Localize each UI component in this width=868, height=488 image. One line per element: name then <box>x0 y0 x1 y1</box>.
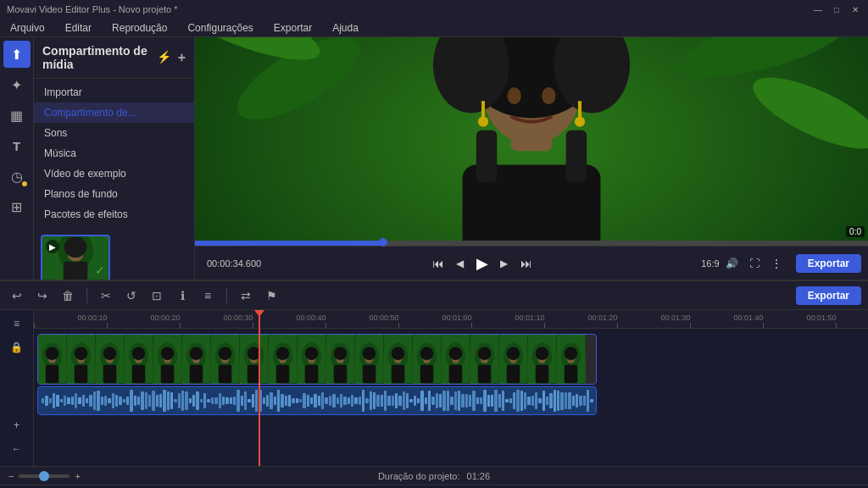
scale-plus-icon[interactable]: + <box>75 471 80 481</box>
audio-wave-bar <box>277 390 280 411</box>
delete-btn[interactable]: 🗑 <box>58 286 78 306</box>
rotate-btn[interactable]: ↺ <box>121 286 142 306</box>
timeline-add-track-icon[interactable]: + <box>7 415 27 435</box>
menu-arquivo[interactable]: Arquivo <box>7 20 48 36</box>
minimize-button[interactable]: — <box>812 3 824 15</box>
play-btn[interactable]: ▶ <box>473 254 492 273</box>
frame-thumb <box>240 335 269 384</box>
preview-controls: 00:00:34.600 ⏮ ◀ ▶ ▶ ⏭ 16:9 🔊 ⛶ ⋮ Export… <box>195 246 868 280</box>
toolbar-divider-1 <box>86 288 87 303</box>
audio-wave-bar <box>513 392 515 410</box>
crop-btn[interactable]: ⊡ <box>147 286 167 306</box>
scale-slider[interactable] <box>19 474 70 478</box>
sidebar-clock-icon[interactable]: ◷ <box>3 163 31 190</box>
svg-rect-95 <box>420 365 434 383</box>
timeline-tracks[interactable]: 00:00:00 00:00:10 00:00:20 00:00:30 00:0… <box>34 310 868 466</box>
audio-wave-bar <box>387 396 390 406</box>
media-nav-compartimento[interactable]: Compartimento de... <box>34 103 194 123</box>
scale-thumb[interactable] <box>39 471 49 481</box>
audio-wave-bar <box>225 397 228 404</box>
audio-track[interactable] <box>37 386 597 415</box>
svg-rect-4 <box>64 262 88 280</box>
audio-wave-bar <box>296 398 298 402</box>
timeline-lock-icon[interactable]: 🔒 <box>7 337 27 358</box>
menu-editar[interactable]: Editar <box>62 20 95 36</box>
audio-wave-bar <box>108 398 110 403</box>
media-panel-header: Compartimento de mídia ⚡ + <box>34 37 194 79</box>
menu-exportar[interactable]: Exportar <box>270 20 315 36</box>
audio-wave-bar <box>274 396 276 405</box>
menu-ajuda[interactable]: Ajuda <box>329 20 362 36</box>
audio-wave-bar <box>420 391 423 410</box>
media-nav-video-exemplo[interactable]: Vídeo de exemplo <box>34 164 194 184</box>
info-btn[interactable]: ℹ <box>172 286 192 306</box>
svg-rect-40 <box>103 365 117 383</box>
ruler-tick-2: 00:00:20 <box>180 323 181 328</box>
audio-wave-bar <box>340 394 342 407</box>
media-panel-title: Compartimento de mídia <box>42 44 157 71</box>
seekbar-thumb[interactable] <box>379 238 387 247</box>
audio-wave-bar <box>572 396 575 407</box>
media-nav-planos[interactable]: Planos de fundo <box>34 184 194 204</box>
project-duration-value: 01:26 <box>467 471 491 481</box>
stitch-btn[interactable]: ⇄ <box>236 286 256 306</box>
audio-wave-bar <box>126 396 129 404</box>
redo-btn[interactable]: ↪ <box>32 286 53 306</box>
audio-wave-bar <box>370 391 372 410</box>
svg-point-25 <box>575 117 585 127</box>
prev-btn[interactable]: ◀ <box>451 254 470 273</box>
media-nav-sons[interactable]: Sons <box>34 123 194 143</box>
scale-minus-icon[interactable]: − <box>8 471 14 481</box>
menu-reproducao[interactable]: Reprodução <box>108 20 170 36</box>
video-track[interactable] <box>37 334 597 385</box>
audio-wave-bar <box>354 397 357 404</box>
svg-rect-50 <box>161 365 175 383</box>
sidebar-text-icon[interactable]: T <box>3 132 31 159</box>
audio-wave-bar <box>233 396 236 405</box>
timeline-settings-icon[interactable]: ≡ <box>7 313 27 334</box>
sidebar-grid-icon[interactable]: ⊞ <box>3 193 31 220</box>
next-frame-btn[interactable]: ⏭ <box>517 254 536 273</box>
volume-icon[interactable]: 🔊 <box>723 254 742 273</box>
thumb-play-icon: ▶ <box>46 240 59 253</box>
prev-frame-btn[interactable]: ⏮ <box>429 254 448 273</box>
audio-wave-bar <box>192 395 195 408</box>
add-media-icon[interactable]: + <box>178 50 186 65</box>
timeline-arrow-icon[interactable]: ← <box>7 439 27 459</box>
export-button-timeline[interactable]: Exportar <box>796 286 861 305</box>
media-thumb-video[interactable]: ▶ ✓ Untitled video (2).mp4 <box>41 235 114 280</box>
audio-wave-bar <box>156 395 159 407</box>
audio-wave-bar <box>141 391 143 411</box>
svg-point-119 <box>565 347 578 360</box>
timeline-playhead[interactable] <box>259 310 260 466</box>
export-button-preview[interactable]: Exportar <box>796 254 861 273</box>
audio-wave-bar <box>115 395 118 408</box>
sidebar-filter-icon[interactable]: ▦ <box>3 102 31 129</box>
next-btn[interactable]: ▶ <box>495 254 514 273</box>
settings-btn[interactable]: ≡ <box>198 286 218 306</box>
cut-btn[interactable]: ✂ <box>96 286 116 306</box>
close-button[interactable]: ✕ <box>849 3 861 15</box>
sidebar-pin-icon[interactable]: ✦ <box>3 71 31 98</box>
audio-wave-bar <box>303 393 305 408</box>
project-duration-label: Duração do projeto: <box>378 471 460 481</box>
svg-point-104 <box>478 347 492 360</box>
audio-wave-bar <box>104 396 107 406</box>
audio-wave-bar <box>181 391 184 411</box>
audio-wave-bar <box>307 395 309 406</box>
svg-point-23 <box>478 117 488 127</box>
audio-wave-bar <box>527 396 530 406</box>
menu-configuracoes[interactable]: Configurações <box>184 20 256 36</box>
maximize-button[interactable]: □ <box>831 3 843 15</box>
media-nav-musica[interactable]: Música <box>34 143 194 164</box>
flag-btn[interactable]: ⚑ <box>261 286 281 306</box>
media-nav-importar[interactable]: Importar <box>34 82 194 103</box>
more-options-icon[interactable]: ⋮ <box>767 254 786 273</box>
media-nav-pacotes[interactable]: Pacotes de efeitos <box>34 204 194 225</box>
undo-btn[interactable]: ↩ <box>7 286 27 306</box>
fullscreen-icon[interactable]: ⛶ <box>745 254 764 273</box>
frame-thumb <box>355 335 384 384</box>
sidebar-import-icon[interactable]: ⬆ <box>3 41 31 68</box>
filter-media-icon[interactable]: ⚡ <box>157 50 171 65</box>
preview-seekbar[interactable] <box>195 241 868 246</box>
